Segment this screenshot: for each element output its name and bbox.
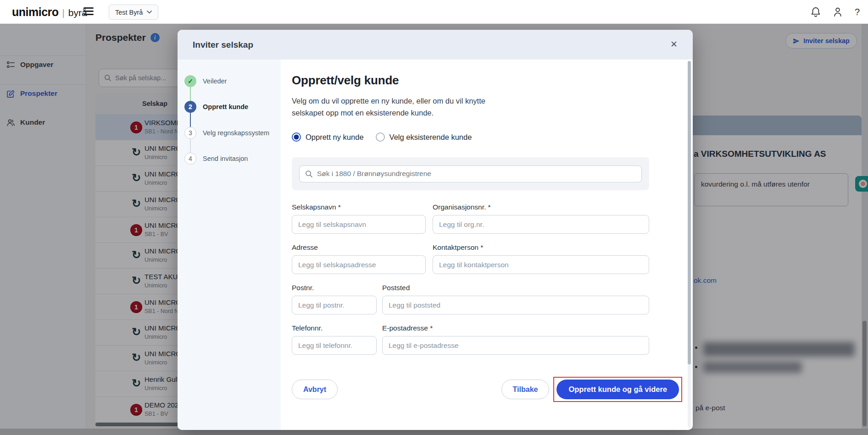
cancel-button[interactable]: Avbryt bbox=[292, 380, 338, 399]
postnr-input[interactable] bbox=[292, 296, 377, 314]
step-number: 4 bbox=[184, 153, 196, 165]
step-label: Send invitasjon bbox=[203, 155, 248, 162]
search-icon bbox=[305, 170, 313, 178]
field-label: Telefonnr. bbox=[292, 324, 377, 332]
radio-label: Velg eksisterende kunde bbox=[389, 133, 472, 142]
step-connector bbox=[190, 87, 191, 101]
notifications-bell-icon[interactable] bbox=[811, 6, 821, 17]
adresse-input[interactable] bbox=[292, 255, 426, 274]
submit-button[interactable]: Opprett kunde og gå videre bbox=[556, 380, 679, 399]
field-label: Poststed bbox=[382, 284, 649, 292]
field-kontaktperson: Kontaktperson * bbox=[433, 243, 649, 274]
telefonnr-input[interactable] bbox=[292, 336, 377, 355]
field-selskapsnavn: Selskapsnavn * bbox=[292, 203, 426, 234]
field-label: Kontaktperson * bbox=[433, 243, 649, 252]
field-label: E-postadresse * bbox=[382, 324, 649, 332]
customer-choice-radios: Opprett ny kunde Velg eksisterende kunde bbox=[292, 132, 693, 142]
organisasjonsnr-input[interactable] bbox=[433, 215, 649, 234]
registry-search-panel bbox=[292, 157, 649, 190]
modal-description: Velg om du vil opprette en ny kunde, ell… bbox=[292, 95, 512, 119]
registry-search-input[interactable] bbox=[317, 170, 641, 178]
field-poststed: Poststed bbox=[382, 284, 649, 314]
logo-primary: unimicro bbox=[12, 6, 59, 19]
field-epostadresse: E-postadresse * bbox=[382, 324, 649, 355]
poststed-input[interactable] bbox=[382, 296, 649, 314]
radio-select-existing-customer[interactable]: Velg eksisterende kunde bbox=[376, 132, 472, 142]
radio-icon bbox=[292, 132, 301, 142]
step-connector bbox=[190, 113, 191, 127]
radio-label: Opprett ny kunde bbox=[306, 133, 364, 142]
logo-divider: | bbox=[62, 8, 65, 18]
step-3[interactable]: 3Velg regnskapssystem bbox=[184, 127, 269, 139]
step-1[interactable]: ✓Veileder bbox=[184, 75, 227, 87]
step-number: 3 bbox=[184, 127, 196, 139]
modal-footer: Avbryt Tilbake Opprett kunde og gå vider… bbox=[292, 380, 679, 399]
field-adresse: Adresse bbox=[292, 243, 426, 274]
step-label: Veileder bbox=[203, 77, 227, 85]
modal-scrollbar[interactable] bbox=[688, 61, 691, 364]
modal-heading: Opprett/velg kunde bbox=[292, 73, 693, 88]
modal-title: Inviter selskap bbox=[193, 40, 253, 50]
field-postnr: Postnr. bbox=[292, 284, 377, 314]
stepper: ✓Veileder2Opprett kunde3Velg regnskapssy… bbox=[178, 60, 281, 430]
registry-search-box[interactable] bbox=[299, 165, 642, 182]
step-2[interactable]: 2Opprett kunde bbox=[184, 101, 248, 113]
step-connector bbox=[190, 139, 191, 153]
modal-header: Inviter selskap ✕ bbox=[178, 30, 693, 60]
epostadresse-input[interactable] bbox=[382, 336, 649, 355]
chevron-down-icon bbox=[147, 11, 152, 14]
field-telefonnr: Telefonnr. bbox=[292, 324, 377, 355]
close-icon[interactable]: ✕ bbox=[670, 39, 678, 50]
modal-content: Opprett/velg kunde Velg om du vil oppret… bbox=[281, 60, 693, 430]
field-label: Postnr. bbox=[292, 284, 377, 292]
invite-company-modal: Inviter selskap ✕ ✓Veileder2Opprett kund… bbox=[178, 30, 693, 430]
app-logo: unimicro | byrå bbox=[12, 6, 87, 19]
org-selector-label: Test Byrå bbox=[115, 9, 143, 16]
kontaktperson-input[interactable] bbox=[433, 255, 649, 274]
field-organisasjonsnr: Organisasjonsnr. * bbox=[433, 203, 649, 234]
selskapsnavn-input[interactable] bbox=[292, 215, 426, 234]
check-icon: ✓ bbox=[184, 75, 196, 87]
top-bar: unimicro | byrå Test Byrå ? bbox=[0, 0, 868, 24]
org-selector-dropdown[interactable]: Test Byrå bbox=[109, 5, 158, 20]
step-4[interactable]: 4Send invitasjon bbox=[184, 153, 248, 165]
step-number: 2 bbox=[184, 101, 196, 113]
back-button[interactable]: Tilbake bbox=[501, 380, 550, 399]
hamburger-menu-icon[interactable] bbox=[83, 7, 94, 16]
field-label: Organisasjonsnr. * bbox=[433, 203, 649, 211]
step-label: Velg regnskapssystem bbox=[203, 129, 269, 137]
field-label: Selskapsnavn * bbox=[292, 203, 426, 211]
help-icon[interactable]: ? bbox=[855, 7, 860, 17]
user-account-icon[interactable] bbox=[833, 6, 843, 17]
radio-icon bbox=[376, 132, 385, 142]
field-label: Adresse bbox=[292, 243, 426, 252]
radio-create-new-customer[interactable]: Opprett ny kunde bbox=[292, 132, 364, 142]
step-label: Opprett kunde bbox=[203, 103, 248, 110]
